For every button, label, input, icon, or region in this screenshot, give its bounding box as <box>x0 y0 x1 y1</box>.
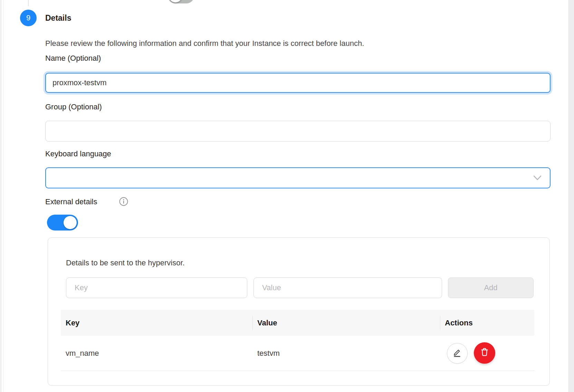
delete-button[interactable] <box>474 342 495 364</box>
row-actions-cell <box>440 336 534 371</box>
info-icon[interactable] <box>119 197 128 206</box>
chevron-down-icon <box>533 175 542 182</box>
external-details-label: External details <box>45 197 97 206</box>
previous-section-toggle[interactable] <box>168 0 194 3</box>
table-header-value: Value <box>252 318 440 327</box>
toggle-knob <box>64 216 77 229</box>
keyboard-language-select[interactable] <box>45 167 551 188</box>
page-edge-strip <box>0 0 2 392</box>
table-row: vm_name testvm <box>61 336 534 371</box>
row-value-cell: testvm <box>252 349 440 358</box>
header-separator <box>252 316 253 330</box>
table-header-key: Key <box>61 318 252 327</box>
step-description: Please review the following information … <box>45 39 364 48</box>
value-input[interactable] <box>253 277 442 298</box>
row-key-cell: vm_name <box>61 349 252 358</box>
trash-icon <box>479 347 490 359</box>
add-button-label: Add <box>484 283 497 292</box>
table-header-actions: Actions <box>440 318 534 327</box>
add-button[interactable]: Add <box>448 277 534 298</box>
hypervisor-details-card: Details to be sent to the hypervisor. Ad… <box>48 237 550 386</box>
external-details-toggle[interactable] <box>47 215 78 231</box>
keyboard-language-label: Keyboard language <box>45 149 111 158</box>
previous-toggle-knob <box>169 0 182 2</box>
wizard-step-details: 9 Details Please review the following in… <box>0 0 574 392</box>
stepper-connector-line <box>28 0 29 6</box>
hypervisor-card-description: Details to be sent to the hypervisor. <box>66 258 185 267</box>
group-label: Group (Optional) <box>45 102 102 111</box>
page-scrollbar[interactable] <box>568 0 574 392</box>
group-input[interactable] <box>45 121 551 141</box>
details-table: Key Value Actions vm_name testvm <box>61 310 534 371</box>
table-header-row: Key Value Actions <box>61 310 534 336</box>
pencil-icon <box>452 348 462 359</box>
edit-button[interactable] <box>447 343 468 364</box>
key-input[interactable] <box>66 277 247 298</box>
card-left-border <box>3 0 3 392</box>
name-label: Name (Optional) <box>45 54 101 63</box>
step-number-badge: 9 <box>20 10 37 26</box>
header-separator <box>440 316 440 330</box>
step-title: Details <box>45 13 71 23</box>
name-input[interactable] <box>45 73 551 93</box>
